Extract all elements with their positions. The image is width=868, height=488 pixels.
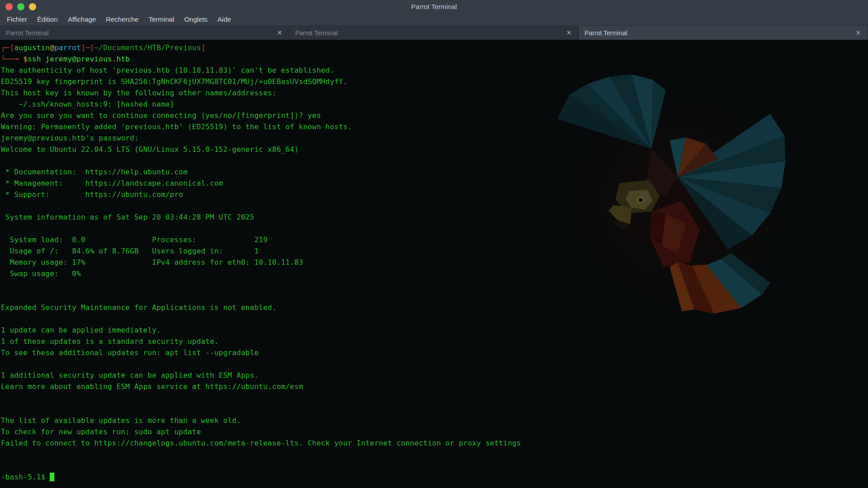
- terminal-line: [1, 449, 868, 460]
- terminal-text-segment: This host key is known by the following …: [1, 89, 277, 97]
- terminal-text-segment: -bash-5.1$: [1, 473, 50, 481]
- terminal-line: Memory usage: 17% IPv4 address for eth0:…: [1, 257, 868, 268]
- terminal-text-segment: ~/.ssh/known_hosts:9: [hashed name]: [1, 100, 174, 108]
- terminal-text-segment: To see these additional updates run: apt…: [1, 348, 259, 357]
- menu-item-edition[interactable]: Édition: [32, 13, 63, 25]
- terminal-line: * Management: https://landscape.canonica…: [1, 178, 868, 189]
- terminal-text-segment: Expanded Security Maintenance for Applic…: [1, 303, 277, 312]
- terminal-text-segment: System information as of Sat Sep 20 03:4…: [1, 213, 254, 221]
- terminal-text-segment: augustin: [14, 43, 50, 52]
- terminal-text-segment: Memory usage: 17% IPv4 address for eth0:…: [1, 258, 303, 267]
- terminal-text-segment: The list of available updates is more th…: [1, 416, 241, 425]
- terminal-line: To check for new updates run: sudo apt u…: [1, 426, 868, 437]
- menu-item-terminal[interactable]: Terminal: [144, 13, 179, 25]
- terminal-output: ┌─[augustin@parrot]─[~/Documents/HTB/Pre…: [0, 40, 868, 483]
- terminal-screen[interactable]: ┌─[augustin@parrot]─[~/Documents/HTB/Pre…: [0, 40, 868, 488]
- terminal-text-segment: Usage of /: 84.6% of 8.76GB Users logged…: [1, 247, 259, 255]
- terminal-text-segment: ]─[: [81, 43, 94, 52]
- menu-item-affichage[interactable]: Affichage: [63, 13, 101, 25]
- terminal-text-segment: Swap usage: 0%: [1, 269, 81, 278]
- close-tab-icon[interactable]: ✕: [274, 29, 289, 36]
- terminal-text-segment: jeremy@previous.htb's password:: [1, 134, 139, 142]
- close-tab-icon[interactable]: ✕: [563, 29, 578, 36]
- terminal-text-segment: ~/Documents/HTB/Previous: [94, 43, 201, 52]
- terminal-line: 1 additional security update can be appl…: [1, 370, 868, 381]
- terminal-line: [1, 279, 868, 291]
- menu-item-fichier[interactable]: Fichier: [2, 13, 32, 25]
- terminal-line: [1, 404, 868, 415]
- terminal-text-segment: ED25519 key fingerprint is SHA256:TgNhCK…: [1, 77, 348, 86]
- menubar: Fichier Édition Affichage Recherche Term…: [0, 13, 868, 26]
- minimize-window-button[interactable]: [17, 3, 24, 10]
- terminal-text-segment: @: [50, 43, 54, 52]
- terminal-text-segment: The authenticity of host 'previous.htb (…: [1, 66, 334, 75]
- terminal-line: -bash-5.1$ █: [1, 471, 868, 483]
- terminal-line: [1, 155, 868, 166]
- window-title: Parrot Terminal: [411, 3, 457, 10]
- tab-bar: Parrot Terminal ✕ Parrot Terminal ✕ Parr…: [0, 26, 868, 40]
- terminal-text-segment: To check for new updates run: sudo apt u…: [1, 427, 201, 436]
- terminal-text-segment: * Documentation: https://help.ubuntu.com: [1, 168, 188, 176]
- terminal-line: [1, 358, 868, 370]
- terminal-text-segment: ]: [201, 43, 206, 52]
- terminal-line: Welcome to Ubuntu 22.04.5 LTS (GNU/Linux…: [1, 144, 868, 155]
- terminal-text-segment: 1 update can be applied immediately.: [1, 326, 161, 334]
- terminal-line: The list of available updates is more th…: [1, 415, 868, 426]
- terminal-line: [1, 392, 868, 404]
- terminal-line: jeremy@previous.htb's password:: [1, 132, 868, 144]
- terminal-line: The authenticity of host 'previous.htb (…: [1, 65, 868, 76]
- terminal-text-segment: Failed to connect to https://changelogs.…: [1, 439, 521, 447]
- close-window-button[interactable]: [5, 3, 13, 10]
- terminal-line: Swap usage: 0%: [1, 268, 868, 279]
- terminal-line: * Documentation: https://help.ubuntu.com: [1, 166, 868, 178]
- terminal-line: 1 of these updates is a standard securit…: [1, 336, 868, 347]
- terminal-text-segment: Warning: Permanently added 'previous.htb…: [1, 122, 352, 131]
- terminal-text-segment: 1 of these updates is a standard securit…: [1, 337, 219, 346]
- close-tab-icon[interactable]: ✕: [852, 29, 868, 36]
- terminal-text-segment: Welcome to Ubuntu 22.04.5 LTS (GNU/Linux…: [1, 145, 299, 154]
- tab-parrot-terminal-1[interactable]: Parrot Terminal ✕: [0, 26, 289, 40]
- terminal-text-segment: $: [23, 55, 28, 63]
- menu-item-aide[interactable]: Aide: [212, 13, 236, 25]
- terminal-line: [1, 460, 868, 471]
- maximize-window-button[interactable]: [29, 3, 36, 10]
- terminal-line: System information as of Sat Sep 20 03:4…: [1, 211, 868, 223]
- tab-parrot-terminal-2[interactable]: Parrot Terminal ✕: [289, 26, 579, 40]
- terminal-text-segment: ┌─[: [1, 43, 14, 52]
- terminal-line: * Support: https://ubuntu.com/pro: [1, 189, 868, 200]
- terminal-line: System load: 0.0 Processes: 219: [1, 234, 868, 245]
- terminal-text-segment: System load: 0.0 Processes: 219: [1, 235, 268, 244]
- terminal-cursor: █: [50, 473, 54, 481]
- terminal-text-segment: parrot: [54, 43, 81, 52]
- tab-label: Parrot Terminal: [0, 29, 274, 37]
- traffic-lights: [5, 0, 36, 13]
- terminal-line: To see these additional updates run: apt…: [1, 347, 868, 358]
- terminal-line: [1, 200, 868, 211]
- terminal-line: [1, 291, 868, 302]
- menu-item-onglets[interactable]: Onglets: [179, 13, 212, 25]
- terminal-line: [1, 223, 868, 234]
- terminal-line: ED25519 key fingerprint is SHA256:TgNhCK…: [1, 76, 868, 87]
- terminal-line: Warning: Permanently added 'previous.htb…: [1, 121, 868, 132]
- terminal-text-segment: └──╼: [1, 55, 23, 63]
- tab-parrot-terminal-3[interactable]: Parrot Terminal ✕: [579, 26, 868, 40]
- terminal-line: This host key is known by the following …: [1, 87, 868, 99]
- terminal-line: Learn more about enabling ESM Apps servi…: [1, 381, 868, 392]
- terminal-line: └──╼ $ssh jeremy@previous.htb: [1, 53, 868, 65]
- terminal-line: Are you sure you want to continue connec…: [1, 110, 868, 121]
- terminal-line: 1 update can be applied immediately.: [1, 324, 868, 336]
- terminal-text-segment: * Management: https://landscape.canonica…: [1, 179, 223, 188]
- terminal-text-segment: Are you sure you want to continue connec…: [1, 111, 321, 120]
- terminal-text-segment: 1 additional security update can be appl…: [1, 371, 259, 380]
- terminal-line: [1, 313, 868, 324]
- menu-item-recherche[interactable]: Recherche: [101, 13, 144, 25]
- terminal-line: ~/.ssh/known_hosts:9: [hashed name]: [1, 99, 868, 110]
- terminal-line: Usage of /: 84.6% of 8.76GB Users logged…: [1, 245, 868, 257]
- terminal-text-segment: Learn more about enabling ESM Apps servi…: [1, 382, 303, 391]
- tab-label: Parrot Terminal: [289, 29, 563, 37]
- terminal-line: Failed to connect to https://changelogs.…: [1, 437, 868, 449]
- terminal-line: ┌─[augustin@parrot]─[~/Documents/HTB/Pre…: [1, 42, 868, 53]
- terminal-text-segment: ssh jeremy@previous.htb: [28, 55, 130, 63]
- window-titlebar: Parrot Terminal: [0, 0, 868, 13]
- terminal-line: Expanded Security Maintenance for Applic…: [1, 302, 868, 313]
